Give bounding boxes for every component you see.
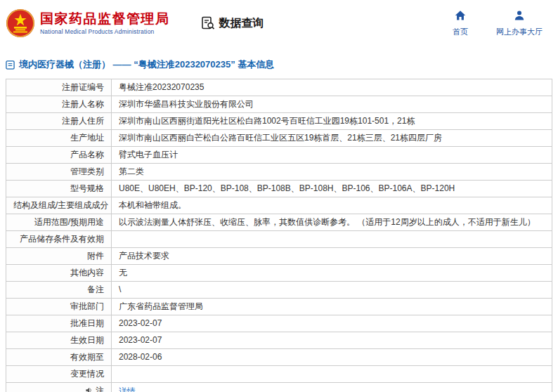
table-row: 型号规格U80E、U80EH、BP-120、BP-108、BP-108B、BP-… [6,181,552,197]
row-label: 其他内容 [6,265,112,282]
row-value: 以示波法测量人体舒张压、收缩压、脉率，其数值供诊断参考。 （适用于12周岁以上的… [112,214,552,231]
row-label: 型号规格 [6,181,112,197]
table-row: 产品名称臂式电子血压计 [6,147,552,164]
row-label: 有效期至 [6,349,112,366]
table-row: 注册证编号粤械注准20232070235 [6,79,552,96]
org-names: 国家药品监督管理局 National Medical Products Admi… [40,11,170,36]
row-value: 2023-02-07 [112,332,552,349]
person-icon [514,10,525,24]
table-row: 审批部门广东省药品监督管理局 [6,299,552,315]
row-value: 产品技术要求 [112,248,552,265]
breadcrumb: 境内医疗器械（注册） —— “粤械注准20232070235” 基本信息 [6,58,552,71]
row-value: 第二类 [112,164,552,181]
row-label: 注 [6,383,112,392]
nav-online-service-hall[interactable]: 网上办事大厅 [496,10,543,37]
row-value [112,366,552,383]
speaker-icon [85,386,93,392]
row-label: 附件 [6,248,112,265]
row-label: 产品储存条件及有效期 [6,231,112,248]
row-label: 注册证编号 [6,79,112,96]
site-logo: 国家药品监督管理局 National Medical Products Admi… [6,7,170,39]
row-label: 管理类别 [6,164,112,181]
page-title: 境内医疗器械（注册） —— “粤械注准20232070235” 基本信息 [19,58,274,71]
table-row: 注册人名称深圳市华盛昌科技实业股份有限公司 [6,96,552,113]
row-value: 深圳市南山区西丽街道阳光社区松白路1002号百旺信工业园19栋101-501，2… [112,113,552,130]
row-label: 适用范围/预期用途 [6,214,112,231]
info-table-body: 注册证编号粤械注准20232070235注册人名称深圳市华盛昌科技实业股份有限公… [6,79,552,392]
national-emblem-icon [6,7,35,39]
table-row: 生效日期2023-02-07 [6,332,552,349]
row-label: 生效日期 [6,332,112,349]
row-value: 深圳市华盛昌科技实业股份有限公司 [112,96,552,113]
nav-home-label: 首页 [453,27,468,37]
table-row: 有效期至2028-02-06 [6,349,552,366]
row-value: 无 [112,265,552,282]
row-value: 2028-02-06 [112,349,552,366]
row-label: 备注 [6,282,112,299]
row-value: 详情 [112,383,552,392]
row-value: 臂式电子血压计 [112,147,552,164]
table-row: 批准日期2023-02-07 [6,315,552,332]
data-query-label: 数据查询 [219,16,264,31]
site-header: 国家药品监督管理局 National Medical Products Admi… [0,0,558,46]
nav-home[interactable]: 首页 [453,10,468,37]
row-value: 广东省药品监督管理局 [112,299,552,315]
row-value: 本机和袖带组成。 [112,197,552,214]
registration-info-table: 注册证编号粤械注准20232070235注册人名称深圳市华盛昌科技实业股份有限公… [6,79,552,392]
row-value: 粤械注准20232070235 [112,79,552,96]
registration-doc-icon [6,60,15,70]
table-row: 注册人住所深圳市南山区西丽街道阳光社区松白路1002号百旺信工业园19栋101-… [6,113,552,130]
table-row: 变更情况 [6,366,552,383]
row-label: 审批部门 [6,299,112,315]
row-label: 结构及组成/主要组成成分 [6,197,112,214]
row-label: 注册人住所 [6,113,112,130]
detail-link[interactable]: 详情 [119,386,136,392]
table-row: 注详情 [6,383,552,392]
row-label: 批准日期 [6,315,112,332]
table-row: 生产地址深圳市南山区西丽白芒松白公路百旺信工业区五区19栋首层、21栋三层、21… [6,130,552,147]
data-query-heading: 数据查询 [201,16,264,31]
row-label: 产品名称 [6,147,112,164]
org-name-zh: 国家药品监督管理局 [40,11,170,27]
row-value: \ [112,282,552,299]
table-row: 附件产品技术要求 [6,248,552,265]
table-row: 备注\ [6,282,552,299]
table-row: 产品储存条件及有效期 [6,231,552,248]
row-value: U80E、U80EH、BP-120、BP-108、BP-108B、BP-108H… [112,181,552,197]
org-name-en: National Medical Products Administration [40,28,170,35]
table-row: 适用范围/预期用途以示波法测量人体舒张压、收缩压、脉率，其数值供诊断参考。 （适… [6,214,552,231]
row-value: 深圳市南山区西丽白芒松白公路百旺信工业区五区19栋首层、21栋三层、21栋四层厂… [112,130,552,147]
table-row: 其他内容无 [6,265,552,282]
table-row: 管理类别第二类 [6,164,552,181]
home-icon [455,10,466,24]
row-label: 变更情况 [6,366,112,383]
nav-online-service-hall-label: 网上办事大厅 [496,27,543,37]
row-label: 注册人名称 [6,96,112,113]
row-label: 生产地址 [6,130,112,147]
table-row: 结构及组成/主要组成成分本机和袖带组成。 [6,197,552,214]
row-value [112,231,552,248]
search-document-icon [201,16,215,30]
row-value: 2023-02-07 [112,315,552,332]
